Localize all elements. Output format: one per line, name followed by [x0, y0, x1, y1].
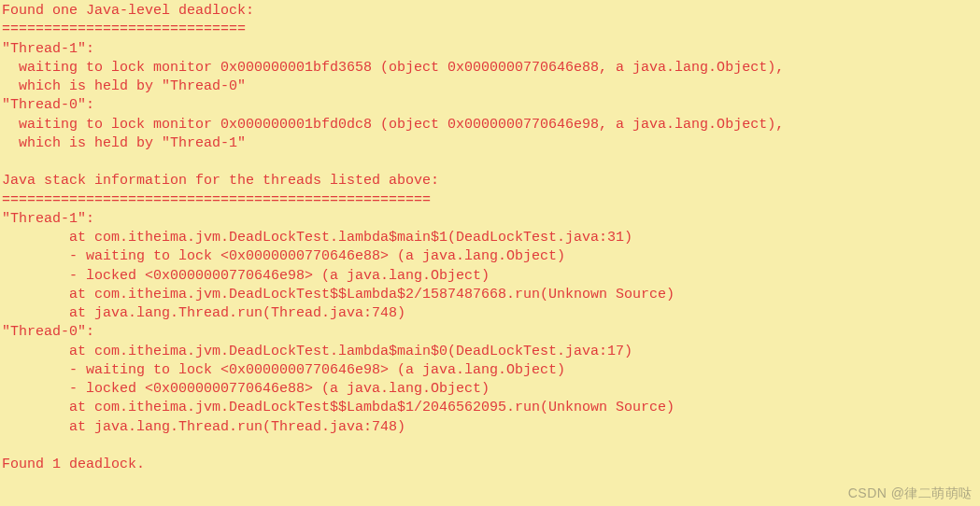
deadlock-dump-output: Found one Java-level deadlock: =========…	[0, 0, 980, 474]
watermark-text: CSDN @律二萌萌哒	[848, 485, 973, 502]
